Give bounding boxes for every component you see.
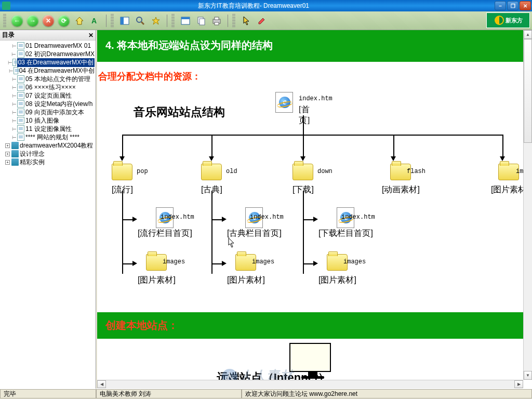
folder-icon — [112, 164, 132, 180]
svg-rect-6 — [181, 17, 190, 19]
sidebar-close-icon[interactable]: ✕ — [88, 32, 94, 39]
book-icon — [11, 158, 19, 166]
forward-button[interactable]: → — [26, 14, 39, 28]
tree-item[interactable]: ⊢10 插入图像 — [1, 116, 95, 125]
svg-rect-8 — [200, 19, 205, 25]
tree-item[interactable]: ⊢09 向页面中添加文本 — [1, 108, 95, 116]
horizontal-scrollbar[interactable]: ◀ ▶ — [97, 380, 523, 389]
mouse-cursor-icon — [228, 237, 235, 248]
restore-button[interactable]: ❐ — [507, 1, 518, 10]
folder-node: images[图片素材 — [491, 162, 526, 195]
tree-item[interactable]: ⊢06 ××××练习×××× — [1, 83, 95, 91]
pointer-tool-button[interactable] — [240, 14, 253, 28]
page-node: index.htm[古典栏目首页] — [227, 207, 282, 239]
tree-item[interactable]: ⊢01 DreamweaverMX 01 — [1, 42, 95, 50]
svg-rect-11 — [215, 22, 219, 25]
svg-line-4 — [141, 22, 144, 24]
tree-item[interactable]: ⊢07 设定页面属性 — [1, 91, 95, 100]
svg-point-3 — [137, 17, 142, 22]
tree-item[interactable]: +精彩实例 — [1, 158, 95, 166]
toc-tree[interactable]: ⊢01 DreamweaverMX 01⊢02 初识DreamweaverMX⊢… — [0, 41, 96, 389]
page-icon — [17, 117, 24, 124]
sidebar-header: 目录 ✕ — [0, 30, 96, 41]
diagram-title: 音乐网站站点结构 — [134, 104, 225, 120]
folder-node: flash[动画素材] — [382, 162, 420, 195]
toolbar-grip[interactable] — [232, 14, 235, 28]
page-icon — [17, 92, 24, 99]
toolbar-grip[interactable] — [3, 14, 6, 28]
status-right: 欢迎大家访问顾主论坛 www.go2here.net — [242, 389, 532, 398]
toolbar: ← → ✕ ⟳ A 新东方 — [0, 11, 532, 30]
page-icon — [17, 134, 24, 141]
svg-text:A: A — [91, 17, 97, 25]
print-button[interactable] — [210, 14, 223, 28]
page-icon — [12, 59, 16, 66]
folder-icon — [292, 164, 313, 180]
window-title: 新东方IT教育培训教程- Dreamweaver01 — [12, 2, 495, 10]
book-icon — [11, 142, 19, 149]
folder-node: images[图片素材] — [227, 252, 265, 286]
svg-rect-10 — [215, 17, 219, 20]
minimize-button[interactable]: – — [495, 1, 506, 10]
vertical-scrollbar[interactable]: ▲ ▼ — [523, 30, 532, 380]
toolbar-grip[interactable] — [171, 14, 175, 28]
stop-button[interactable]: ✕ — [42, 14, 55, 28]
page-icon — [17, 109, 24, 116]
folder-icon — [201, 164, 222, 180]
sidebar: 目录 ✕ ⊢01 DreamweaverMX 01⊢02 初识Dreamweav… — [0, 30, 96, 389]
home-button[interactable] — [73, 14, 86, 28]
window-button[interactable] — [179, 14, 192, 28]
marker-tool-button[interactable] — [255, 14, 269, 28]
tree-item[interactable]: ⊢04 在DreamweaverMX中创 — [1, 66, 95, 75]
tree-item[interactable]: ⊢02 初识DreamweaverMX — [1, 50, 95, 58]
window-titlebar: 新东方IT教育培训教程- Dreamweaver01 – ❐ ✕ — [0, 0, 532, 11]
tree-item[interactable]: +dreamweaverMX2004教程 — [1, 141, 95, 150]
page-node: index.htm[流行栏目首页] — [138, 207, 192, 239]
node-root: index.htm [首页] — [274, 92, 295, 112]
page-icon — [17, 84, 24, 91]
tree-item[interactable]: +设计理念 — [1, 150, 95, 158]
subsection-title: 合理分配文档中的资源： — [97, 66, 532, 87]
refresh-button[interactable]: ⟳ — [57, 14, 71, 28]
tree-item[interactable]: ⊢03 在DreamweaverMX中创 — [1, 58, 95, 66]
page-icon — [17, 50, 24, 58]
folder-node: images[图片素材] — [318, 252, 356, 286]
page-icon — [17, 42, 24, 49]
section-heading: 4. 将本地和远端站点设为同样的结构 — [97, 30, 532, 62]
computer-icon — [289, 343, 336, 379]
tree-item[interactable]: ⊢05 本地站点文件的管理 — [1, 75, 95, 83]
sidebar-title: 目录 — [2, 31, 15, 39]
page-icon — [17, 125, 24, 132]
section-heading-2: 创建本地站点： — [97, 312, 532, 339]
page-icon — [17, 100, 24, 108]
folder-node: images[图片素材] — [138, 252, 176, 286]
brand-logo: 新东方 — [486, 12, 530, 28]
content-pane: 4. 将本地和远端站点设为同样的结构 合理分配文档中的资源： 音乐网站站点结构 … — [96, 30, 532, 389]
panel-toggle-button[interactable] — [118, 14, 131, 28]
back-button[interactable]: ← — [10, 14, 24, 28]
remote-site-label: 远端站点（Intennet） — [97, 343, 532, 370]
tree-item[interactable]: ⊢**** 网站的规划 **** — [1, 133, 95, 141]
tree-item[interactable]: ⊢11 设定图像属性 — [1, 125, 95, 133]
book-icon — [11, 150, 19, 157]
site-structure-diagram: 音乐网站站点结构 index.htm [首页] — [97, 87, 532, 305]
statusbar: 完毕 电脑美术教师 刘涛 欢迎大家访问顾主论坛 www.go2here.net — [0, 389, 532, 399]
page-icon — [17, 75, 24, 83]
search-button[interactable] — [134, 14, 147, 28]
toolbar-grip[interactable] — [111, 14, 114, 28]
page-icon — [14, 67, 18, 74]
favorites-button[interactable] — [149, 14, 163, 28]
svg-rect-2 — [121, 17, 124, 24]
status-left: 完毕 — [0, 389, 96, 398]
close-button[interactable]: ✕ — [520, 1, 531, 10]
copy-button[interactable] — [194, 14, 208, 28]
tree-item[interactable]: ⊢08 设定Meta内容(view/h — [1, 100, 95, 108]
page-node: index.htm[下载栏目首页] — [318, 207, 373, 239]
status-mid: 电脑美术教师 刘涛 — [96, 389, 242, 398]
app-icon — [2, 2, 10, 10]
ie-icon — [275, 92, 293, 113]
font-button[interactable]: A — [88, 14, 102, 28]
